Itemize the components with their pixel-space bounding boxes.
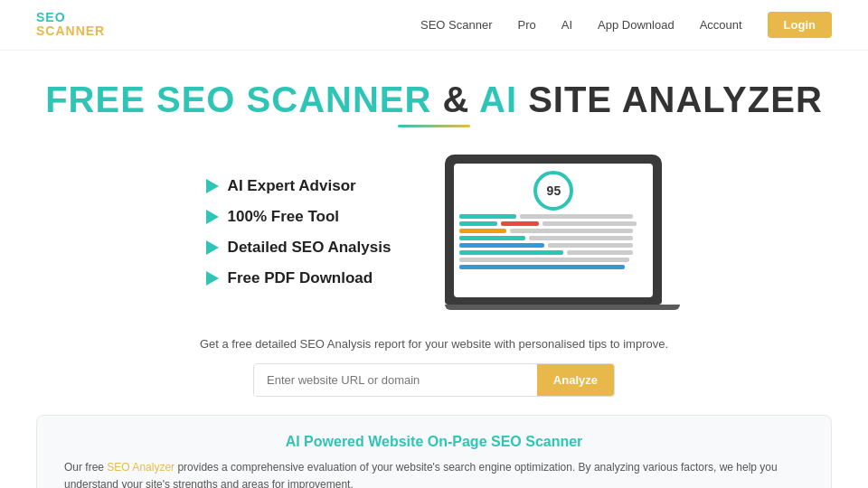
bar-gray-2 (542, 221, 637, 226)
search-bar: Analyze (253, 363, 615, 397)
hero-analyzer: ANALYZER (622, 80, 823, 119)
logo[interactable]: SEO SCANNER (36, 11, 105, 39)
bar-gray-3 (510, 229, 632, 233)
laptop-row-6 (459, 250, 647, 255)
bar-blue-8 (459, 265, 625, 269)
nav-ai[interactable]: AI (561, 18, 572, 32)
feature-item-1: 100% Free Tool (206, 208, 392, 226)
hero-seo-scanner: SEO SCANNER (156, 80, 431, 119)
features-list: AI Expert Advisor 100% Free Tool Detaile… (206, 177, 392, 287)
laptop-rows (459, 214, 647, 269)
bottom-card: AI Powered Website On-Page SEO Scanner O… (36, 415, 832, 488)
play-icon-3 (206, 271, 219, 286)
bottom-text-before: Our free (64, 461, 107, 474)
login-button[interactable]: Login (768, 12, 832, 38)
bottom-card-text: Our free SEO Analyzer provides a compreh… (64, 459, 804, 488)
analyze-button[interactable]: Analyze (537, 364, 614, 396)
play-icon-1 (206, 210, 219, 224)
feature-item-3: Free PDF Download (206, 269, 392, 287)
bar-green-1 (459, 214, 515, 219)
hero-title: FREE SEO SCANNER & AI SITE ANALYZER (36, 78, 832, 121)
laptop-row-8 (459, 265, 647, 269)
laptop-base (445, 297, 662, 305)
laptop-row-5 (459, 243, 647, 248)
hero-site: SITE (528, 80, 622, 119)
bar-blue-5 (459, 243, 544, 248)
hero-ampersand: & (431, 80, 479, 119)
bar-gray-6 (567, 250, 633, 255)
seo-analyzer-link[interactable]: SEO Analyzer (107, 461, 175, 474)
feature-label-1: 100% Free Tool (228, 208, 339, 226)
feature-label-3: Free PDF Download (228, 269, 373, 287)
feature-label-2: Detailed SEO Analysis (228, 239, 392, 257)
logo-seo: SEO (36, 11, 105, 24)
laptop-outer: 95 (445, 155, 662, 297)
hero-ai: AI (479, 80, 528, 119)
nav-app-download[interactable]: App Download (598, 18, 675, 32)
feature-item-2: Detailed SEO Analysis (206, 239, 392, 257)
bar-green-6 (459, 250, 562, 255)
features-section: AI Expert Advisor 100% Free Tool Detaile… (0, 136, 868, 319)
play-icon-2 (206, 240, 219, 255)
bar-gray-1 (520, 214, 633, 219)
bar-green-2 (459, 221, 497, 226)
nav-seo-scanner[interactable]: SEO Scanner (420, 18, 493, 32)
laptop-row-2 (459, 221, 647, 226)
laptop-row-1 (459, 214, 647, 219)
laptop-row-7 (459, 258, 647, 262)
search-description: Get a free detailed SEO Analysis report … (36, 337, 832, 351)
search-input[interactable] (254, 364, 537, 396)
navbar: SEO SCANNER SEO Scanner Pro AI App Downl… (0, 0, 868, 51)
logo-scanner: SCANNER (36, 24, 105, 38)
bar-gray-5 (548, 243, 633, 248)
feature-label-0: AI Expert Advisor (228, 177, 356, 195)
laptop-stand (445, 305, 680, 310)
nav-pro[interactable]: Pro (518, 18, 536, 32)
laptop-row-4 (459, 236, 647, 240)
laptop-screen: 95 (454, 164, 653, 297)
bar-gray-7 (459, 258, 628, 262)
laptop-mockup: 95 (445, 155, 662, 310)
bar-red-2 (501, 221, 539, 226)
score-circle: 95 (533, 171, 573, 211)
search-section: Get a free detailed SEO Analysis report … (0, 319, 868, 415)
feature-item-0: AI Expert Advisor (206, 177, 392, 195)
bar-gray-4 (529, 236, 632, 240)
hero-section: FREE SEO SCANNER & AI SITE ANALYZER (0, 51, 868, 136)
laptop-row-3 (459, 229, 647, 233)
nav-links: SEO Scanner Pro AI App Download Account … (420, 12, 832, 38)
nav-account[interactable]: Account (700, 18, 742, 32)
hero-underline (398, 125, 470, 127)
bottom-card-title: AI Powered Website On-Page SEO Scanner (64, 434, 804, 450)
play-icon-0 (206, 179, 219, 193)
bar-green-4 (459, 236, 525, 240)
hero-free: FREE (45, 80, 156, 119)
bar-orange-3 (459, 229, 506, 233)
